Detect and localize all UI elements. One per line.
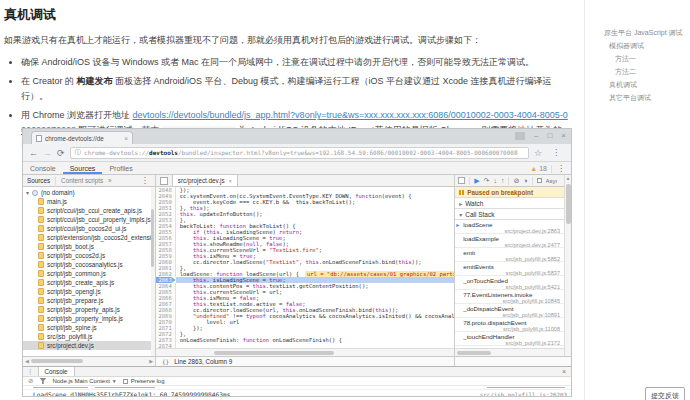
file-tree-item[interactable]: script/jsb_boot.js — [23, 242, 155, 251]
page-info-icon[interactable]: ⓘ — [75, 148, 82, 157]
navigator-menu-icon[interactable]: ⋮ — [139, 176, 151, 185]
file-name: script/jsb_property_apis.js — [47, 306, 120, 313]
file-name: script/jsb_boot.js — [47, 243, 94, 250]
devtools-tab[interactable]: Profiles — [102, 162, 139, 174]
debugger-hscrollbar[interactable] — [455, 348, 564, 356]
editor-hscrollbar[interactable] — [156, 348, 454, 356]
file-tree-item[interactable]: script/ccui/jsb_ccui_create_apis.js — [23, 206, 155, 215]
file-tree: ▾ (no domain) main.js — [23, 187, 155, 356]
file-tree-item[interactable]: script/jsb_property_apis.js — [23, 305, 155, 314]
toc-item[interactable]: 原生平台 JavaScript 调试 — [604, 26, 683, 39]
file-tree-item[interactable]: script/jsb_opengl.js — [23, 287, 155, 296]
callstack-section[interactable]: ▾ Call Stack — [455, 209, 564, 220]
debugger-vscrollbar[interactable]: ▲ — [564, 175, 571, 356]
drawer-close-icon[interactable]: × — [557, 367, 571, 376]
toc-item[interactable]: 其它平台调试 — [604, 91, 683, 104]
toc-item[interactable]: 方法二 — [604, 65, 683, 78]
pause-on-exceptions-icon[interactable]: ◑ — [523, 177, 527, 184]
browser-menu-icon[interactable]: ⋮ — [547, 148, 565, 157]
filter-icon[interactable] — [39, 378, 46, 384]
file-name: script/jsb_common.js — [47, 270, 106, 277]
devtools-tab[interactable]: Sources — [63, 162, 103, 174]
browser-tab[interactable]: chrome-devtools://de × — [31, 131, 133, 144]
close-button[interactable]: × — [561, 131, 566, 140]
scroll-up-icon[interactable]: ▲ — [566, 175, 571, 182]
console-tab[interactable]: Console — [38, 367, 75, 376]
url-bar[interactable]: ⓘ chrome-devtools://devtools/bundled/ins… — [70, 147, 529, 159]
editor-tab[interactable]: src/project.dev.js × — [172, 175, 238, 186]
navigator-vscrollbar[interactable] — [151, 187, 155, 356]
toc-item[interactable]: 模拟器调试 — [604, 39, 683, 52]
navigator-hscrollbar[interactable]: ◀ ▶ — [23, 357, 156, 366]
cursor-position-status: {} Line 2863, Column 9 — [156, 357, 454, 366]
back-icon[interactable]: ← — [29, 148, 38, 158]
navigator-tab-sources[interactable]: Sources — [27, 177, 50, 184]
watch-section[interactable]: ▸ Watch — [455, 198, 564, 209]
callstack-frame[interactable]: ▸ emitEvents src/jsb_polyfill.js:5837 — [455, 262, 564, 276]
file-tree-item[interactable]: main.js — [23, 197, 155, 206]
tab-close-icon[interactable]: × — [124, 135, 128, 142]
file-tree-item[interactable]: script/extension/jsb_cocos2d_extension.j… — [23, 233, 155, 242]
feedback-button[interactable]: 提交反馈 — [645, 387, 685, 400]
titlebar-chip-icon — [515, 132, 525, 140]
reload-icon[interactable]: ⟳ — [57, 148, 65, 158]
callstack-frame[interactable]: ▸ loadExample src/project.dev.js:2477 — [455, 234, 564, 248]
line-number[interactable]: 2862 — [156, 271, 176, 277]
drawer-menu-icon[interactable]: ⋮ — [23, 367, 38, 376]
braces-icon[interactable]: {} — [162, 358, 169, 365]
resume-icon[interactable]: ▶ — [474, 177, 479, 185]
tree-root[interactable]: ▾ (no domain) — [23, 188, 155, 197]
frame-location[interactable]: src/jsb_polyfill.js:2172 — [463, 340, 560, 346]
bookmark-star-icon[interactable]: ☆ — [534, 148, 542, 158]
callstack-frame[interactable]: ▸ emit src/jsb_polyfill.js:5852 — [455, 248, 564, 262]
callstack-frame[interactable]: ▸ 77.EventListeners.invoke src/jsb_polyf… — [455, 290, 564, 304]
file-tree-item[interactable]: script/jsb_cocos2d.js — [23, 251, 155, 260]
callstack-frame[interactable]: ▸ loadScene src/project.dev.js:2863 — [455, 220, 564, 234]
file-tree-item[interactable]: src/project.dev.js — [23, 341, 155, 350]
callstack-frame[interactable]: ▸ 78.proto.dispatchEvent src/jsb_polyfil… — [455, 318, 564, 332]
file-tree-item[interactable]: script/jsb_create_apis.js — [23, 278, 155, 287]
frame-function: 78.proto.dispatchEvent — [463, 319, 560, 326]
overflow-chevron-icon[interactable]: » — [108, 177, 112, 184]
execution-context-select[interactable]: Node.js Main Context ▼ — [52, 378, 116, 384]
minimize-button[interactable]: ‒ — [534, 131, 538, 140]
forward-icon[interactable]: → — [43, 148, 52, 158]
deactivate-breakpoints-icon[interactable]: ⊘ — [513, 177, 519, 185]
editor-tab-close-icon[interactable]: × — [229, 178, 233, 184]
warning-counter[interactable]: ▲ 18 — [526, 162, 551, 175]
step-out-icon[interactable]: ↑ — [501, 177, 505, 184]
toc-item[interactable]: 方法一 — [604, 52, 683, 65]
toc-item[interactable]: 真机调试 — [604, 78, 683, 91]
maximize-button[interactable]: □ — [547, 131, 552, 140]
devtools-menu-icon[interactable]: ⋮ — [552, 162, 570, 175]
list-item: 在 Creator 的 构建发布 面板选择 Android/iOS 平台、Deb… — [21, 74, 572, 103]
async-checkbox[interactable] — [537, 178, 542, 183]
preserve-log-checkbox[interactable] — [123, 379, 128, 384]
page-title: 真机调试 — [4, 6, 572, 24]
file-tree-item[interactable]: script/jsb_property_impls.js — [23, 314, 155, 323]
editor-tabbar: src/project.dev.js × — [156, 175, 454, 187]
file-tree-item[interactable]: script/jsb_spine.js — [23, 323, 155, 332]
callstack-frame[interactable]: ▸ _doDispatchEvent src/jsb_polyfill.js:1… — [455, 304, 564, 318]
navigator-tab-content-scripts[interactable]: Content scripts — [61, 177, 103, 184]
file-tree-item[interactable]: src/jsb_polyfill.js — [23, 332, 155, 341]
step-into-icon[interactable]: ↓ — [493, 177, 497, 184]
step-over-icon[interactable]: ↷ — [484, 177, 490, 185]
devtools-tab[interactable]: Console — [23, 162, 63, 174]
callstack-frame[interactable]: ▸ _touchEndHandler src/jsb_polyfill.js:2… — [455, 332, 564, 346]
devtools-panel: Console Sources Profiles ▲ 18 ⋮ Sour — [23, 162, 571, 396]
preserve-log-toggle[interactable]: Preserve log — [123, 378, 165, 384]
callstack-frame[interactable]: ▸ _onTouchEnded src/jsb_polyfill.js:5421 — [455, 276, 564, 290]
console-source-link[interactable]: src/jsb_polyfill.js:26203 — [480, 392, 567, 397]
panel-grid-icon[interactable] — [160, 177, 168, 185]
file-tree-item[interactable]: script/jsb_cocosanalytics.js — [23, 260, 155, 269]
file-tree-item[interactable]: script/ccui/jsb_ccui_property_impls.js — [23, 215, 155, 224]
file-tree-item[interactable]: script/ccui/jsb_cocos2d_ui.js — [23, 224, 155, 233]
file-name: script/ccui/jsb_ccui_property_impls.js — [47, 216, 151, 223]
clear-console-icon[interactable]: ⊘ — [28, 377, 33, 385]
scroll-right-icon[interactable]: ▶ — [149, 358, 153, 364]
dock-side-icon[interactable] — [458, 177, 465, 184]
file-tree-item[interactable]: script/jsb_common.js — [23, 269, 155, 278]
scroll-left-icon[interactable]: ◀ — [25, 358, 29, 364]
file-tree-item[interactable]: script/jsb_prepare.js — [23, 296, 155, 305]
